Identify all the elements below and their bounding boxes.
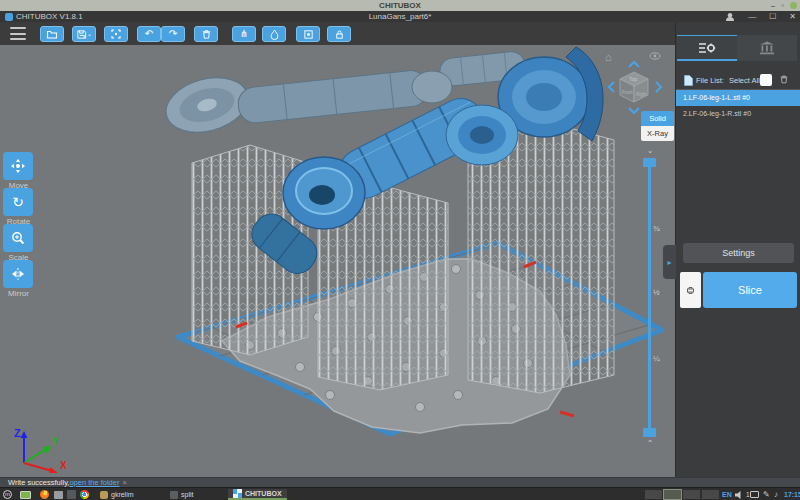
task-item-chitubox[interactable]: CHITUBOX <box>228 489 287 500</box>
rotate-left-arrow-icon[interactable] <box>609 82 614 92</box>
collapse-arrow-icon: ▸ <box>667 258 671 267</box>
lock-button[interactable] <box>327 26 351 42</box>
mint-menu-button[interactable]: m <box>3 489 12 500</box>
axis-y-label: Y <box>52 436 59 447</box>
dig-hole-button[interactable] <box>296 26 320 42</box>
slider-label-三quarter: ¾ <box>653 224 660 233</box>
volume-icon[interactable]: 1 <box>735 489 750 500</box>
axis-x-label: X <box>60 460 67 471</box>
slider-label-quarter: ¼ <box>653 354 660 363</box>
layer-slider-handle-top[interactable] <box>643 158 656 167</box>
trash-icon[interactable] <box>779 74 789 85</box>
workspace-1[interactable] <box>645 490 662 499</box>
file-list-item-2[interactable]: 2.LF-06-leg-1-R.stl #0 <box>676 106 800 122</box>
slice-option-button[interactable] <box>680 272 701 308</box>
gkrellm-icon <box>100 491 108 499</box>
user-account-icon[interactable] <box>725 12 735 22</box>
viewport-3d-scene[interactable] <box>0 45 675 477</box>
os-close-button[interactable] <box>790 2 797 9</box>
task-item-gkrellm[interactable]: gkrelim <box>100 489 134 500</box>
rotate-right-arrow-icon[interactable] <box>656 82 661 92</box>
redo-button[interactable]: ↷ <box>161 26 185 42</box>
status-dismiss-icon[interactable]: × <box>122 478 126 487</box>
undo-button[interactable]: ↶ <box>137 26 161 42</box>
hollow-button[interactable] <box>262 26 286 42</box>
app-maximize-button[interactable]: ☐ <box>769 11 776 22</box>
app-titlebar: CHITUBOX V1.8.1 LunaGans_part6* — ☐ ✕ <box>0 11 800 22</box>
slider-top-chevron-icon[interactable]: ⌄ <box>641 146 659 155</box>
split-icon <box>170 491 178 499</box>
display-tray-icon[interactable] <box>750 489 759 500</box>
status-bar: Write successfully,open the folder× <box>0 477 800 487</box>
layer-slider-handle-bottom[interactable] <box>643 428 656 437</box>
cube-face-front[interactable]: Front <box>622 90 633 95</box>
cube-face-right[interactable]: Right <box>636 92 647 97</box>
panel-tabs <box>677 35 800 61</box>
slider-bottom-chevron-icon[interactable]: ⌃ <box>641 439 659 448</box>
keyboard-layout-indicator[interactable]: EN <box>722 489 732 500</box>
support-button[interactable]: ⋔ <box>232 26 256 42</box>
machine-library-icon <box>758 41 776 55</box>
file-icon <box>684 75 693 86</box>
slice-option-icon <box>686 286 695 295</box>
slice-button[interactable]: Slice <box>703 272 797 308</box>
select-all-label: Select All <box>729 76 760 85</box>
rotate-tool-button[interactable]: ↻ <box>3 188 33 216</box>
file-list-label: File List: <box>696 76 724 85</box>
viewport[interactable]: Move ↻ Rotate Scale <box>0 45 675 477</box>
task-item-split[interactable]: split <box>170 489 193 500</box>
eye-icon[interactable] <box>650 53 660 59</box>
home-view-icon[interactable]: ⌂ <box>605 51 612 63</box>
axis-gizmo: Z Y X <box>10 423 70 473</box>
firefox-icon[interactable] <box>40 489 49 500</box>
os-restore-button[interactable]: ▫ <box>781 0 784 11</box>
delete-button[interactable] <box>194 26 218 42</box>
mirror-icon <box>10 266 26 282</box>
status-message: Write successfully, <box>8 478 69 487</box>
mirror-tool-label: Mirror <box>0 289 37 298</box>
tab-file-settings[interactable] <box>677 35 737 61</box>
save-dropdown-caret-icon[interactable]: ⌄ <box>87 27 92 41</box>
mirror-tool-button[interactable] <box>3 260 33 288</box>
clock[interactable]: 17:15 <box>784 489 800 500</box>
window-app-icon[interactable] <box>54 489 63 500</box>
open-file-button[interactable] <box>40 26 64 42</box>
view-mode-solid-button[interactable]: Solid <box>641 111 674 126</box>
auto-arrange-button[interactable] <box>104 26 128 42</box>
file-list-settings-icon <box>698 41 716 55</box>
view-mode-xray-button[interactable]: X-Ray <box>641 126 674 141</box>
chrome-icon[interactable] <box>80 489 89 500</box>
os-minimize-button[interactable]: – <box>771 0 775 11</box>
settings-button[interactable]: Settings <box>683 243 794 263</box>
main-toolbar: ⌄ ↶ ↷ ⋔ <box>0 22 675 45</box>
file-list-item-1[interactable]: 1.LF-06-leg-1-L.stl #0 <box>676 90 800 106</box>
open-folder-link[interactable]: open the folder <box>69 478 119 487</box>
app-close-button[interactable]: ✕ <box>789 11 796 22</box>
workspace-switcher[interactable] <box>645 489 719 500</box>
show-desktop-icon[interactable] <box>20 489 31 500</box>
document-title: LunaGans_part6* <box>0 11 800 22</box>
model-part-right-leg[interactable] <box>160 47 603 141</box>
tab-machine-library[interactable] <box>737 35 797 61</box>
chitubox-task-icon <box>233 489 242 498</box>
app-minimize-button[interactable]: — <box>748 11 756 22</box>
workspace-4[interactable] <box>702 490 719 499</box>
screen: CHITUBOX – ▫ CHITUBOX V1.8.1 LunaGans_pa… <box>0 0 800 500</box>
notes-tray-icon[interactable]: ✎ <box>763 489 770 500</box>
workspace-3[interactable] <box>683 490 700 499</box>
scale-icon <box>10 230 26 246</box>
cube-face-top[interactable]: Top <box>629 76 637 82</box>
scale-tool-button[interactable] <box>3 224 33 252</box>
menu-hamburger-icon[interactable] <box>10 27 26 40</box>
panel-collapse-handle[interactable]: ▸ <box>663 245 676 279</box>
save-button[interactable]: ⌄ <box>72 26 96 42</box>
files-app-icon[interactable] <box>67 489 76 500</box>
rotate-down-arrow-icon[interactable] <box>629 108 639 113</box>
workspace-2[interactable] <box>664 490 681 499</box>
media-tray-icon[interactable]: ♪ <box>774 489 778 500</box>
file-list-header: File List: Select All <box>676 72 800 89</box>
layer-slider-track[interactable] <box>648 162 651 436</box>
move-tool-button[interactable] <box>3 152 33 180</box>
select-all-checkbox[interactable] <box>760 74 772 86</box>
rotate-up-arrow-icon[interactable] <box>629 62 639 67</box>
